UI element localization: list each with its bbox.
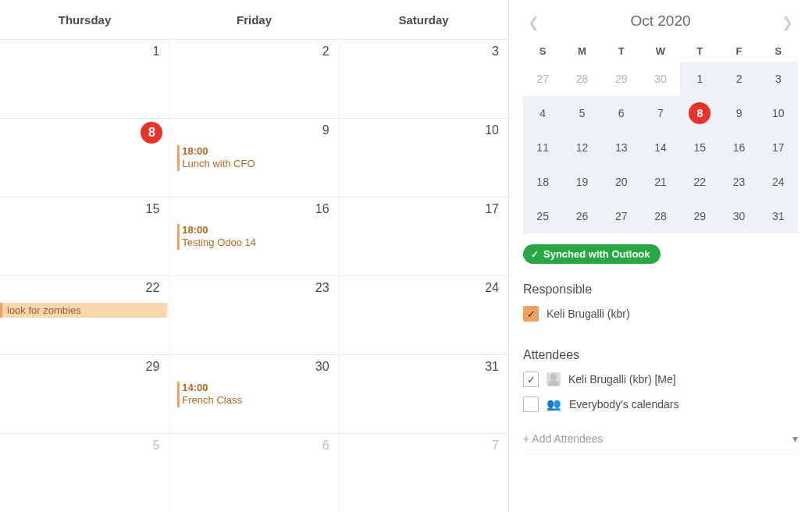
timed-event[interactable]: 18:00Lunch with CFO bbox=[182, 145, 255, 171]
mini-dow: T bbox=[680, 41, 719, 62]
mini-day[interactable]: 2 bbox=[719, 62, 758, 96]
mini-day[interactable]: 3 bbox=[759, 62, 798, 96]
mini-day-number: 24 bbox=[767, 171, 789, 193]
calendar-row: 293014:00French Class31 bbox=[0, 354, 508, 433]
mini-day[interactable]: 21 bbox=[641, 165, 680, 199]
mini-day-number: 30 bbox=[728, 205, 750, 227]
mini-day[interactable]: 20 bbox=[602, 165, 641, 199]
calendar-row: 8918:00Lunch with CFO10 bbox=[0, 118, 508, 197]
responsible-checkbox[interactable]: ✓ bbox=[523, 306, 539, 322]
calendar-cell[interactable]: 31 bbox=[339, 355, 508, 433]
calendar-cell[interactable]: 5 bbox=[0, 434, 169, 512]
event-bar bbox=[177, 382, 180, 407]
mini-day[interactable]: 27 bbox=[523, 62, 562, 96]
mini-day[interactable]: 14 bbox=[641, 130, 680, 165]
timed-event[interactable]: 18:00Testing Odoo 14 bbox=[182, 224, 256, 250]
calendar-cell[interactable]: 3 bbox=[339, 40, 508, 118]
mini-day[interactable]: 7 bbox=[641, 96, 680, 130]
mini-day[interactable]: 31 bbox=[759, 199, 798, 233]
avatar-icon bbox=[547, 372, 561, 386]
mini-day[interactable]: 28 bbox=[641, 199, 680, 233]
mini-day[interactable]: 4 bbox=[523, 96, 562, 130]
event-bar bbox=[177, 145, 180, 171]
mini-day[interactable]: 8 bbox=[680, 96, 719, 130]
mini-dow: W bbox=[641, 41, 680, 62]
sync-label: Synched with Outlook bbox=[543, 248, 650, 260]
responsible-row[interactable]: ✓ Keli Brugalli (kbr) bbox=[523, 306, 798, 322]
mini-day[interactable]: 28 bbox=[562, 62, 601, 96]
mini-day-number: 28 bbox=[571, 68, 593, 90]
main-day-header: Thursday bbox=[0, 0, 169, 39]
cell-date: 1 bbox=[152, 44, 159, 59]
mini-day[interactable]: 16 bbox=[719, 130, 758, 165]
mini-day[interactable]: 27 bbox=[602, 199, 641, 233]
mini-day-number: 8 bbox=[689, 102, 710, 124]
prev-month-button[interactable]: ❮ bbox=[528, 14, 540, 31]
main-calendar-header: ThursdayFridaySaturday bbox=[0, 0, 508, 39]
mini-day[interactable]: 29 bbox=[602, 62, 641, 96]
attendees-list: ✓Keli Brugalli (kbr) [Me]👥Everybody's ca… bbox=[523, 362, 798, 412]
check-icon: ✓ bbox=[531, 249, 539, 260]
allday-event[interactable]: look for zombies bbox=[0, 303, 167, 318]
mini-day[interactable]: 1 bbox=[680, 62, 719, 96]
mini-day-number: 21 bbox=[650, 171, 671, 193]
mini-day-number: 16 bbox=[728, 137, 750, 158]
attendee-checkbox[interactable] bbox=[523, 396, 539, 412]
calendar-cell[interactable]: 23 bbox=[169, 276, 338, 354]
cell-date: 7 bbox=[492, 439, 499, 453]
mini-day[interactable]: 12 bbox=[562, 130, 601, 165]
mini-day-number: 2 bbox=[728, 68, 750, 90]
mini-day[interactable]: 9 bbox=[719, 96, 758, 130]
calendar-cell[interactable]: 29 bbox=[0, 355, 169, 433]
mini-dow: F bbox=[719, 41, 758, 62]
calendar-cell[interactable]: 2 bbox=[169, 40, 338, 118]
mini-day[interactable]: 5 bbox=[562, 96, 601, 130]
attendee-row[interactable]: ✓Keli Brugalli (kbr) [Me] bbox=[523, 372, 798, 387]
mini-day[interactable]: 11 bbox=[523, 130, 562, 165]
calendar-cell[interactable]: 22look for zombies bbox=[0, 276, 169, 354]
calendar-cell[interactable]: 3014:00French Class bbox=[169, 355, 338, 433]
mini-day[interactable]: 13 bbox=[602, 130, 641, 165]
mini-calendar-title: Oct 2020 bbox=[630, 12, 690, 30]
attendee-row[interactable]: 👥Everybody's calendars bbox=[523, 396, 798, 412]
mini-day[interactable]: 10 bbox=[759, 96, 798, 130]
add-attendees-placeholder: + Add Attendees bbox=[523, 432, 603, 445]
mini-day[interactable]: 22 bbox=[680, 165, 719, 199]
event-time: 18:00 bbox=[182, 145, 255, 158]
calendar-cell[interactable]: 10 bbox=[339, 119, 508, 197]
calendar-cell[interactable]: 6 bbox=[169, 434, 338, 512]
mini-day[interactable]: 18 bbox=[523, 165, 562, 199]
mini-day-number: 29 bbox=[611, 68, 632, 90]
mini-day[interactable]: 17 bbox=[759, 130, 798, 165]
timed-event[interactable]: 14:00French Class bbox=[182, 382, 242, 407]
calendar-row: 151618:00Testing Odoo 1417 bbox=[0, 197, 508, 276]
mini-day[interactable]: 30 bbox=[641, 62, 680, 96]
mini-day[interactable]: 15 bbox=[680, 130, 719, 165]
cell-date: 3 bbox=[492, 44, 499, 59]
calendar-cell[interactable]: 17 bbox=[339, 197, 508, 276]
mini-day[interactable]: 23 bbox=[719, 165, 758, 199]
mini-day[interactable]: 24 bbox=[759, 165, 798, 199]
mini-day[interactable]: 25 bbox=[523, 199, 562, 233]
calendar-cell[interactable]: 7 bbox=[339, 434, 508, 512]
cell-date: 6 bbox=[322, 439, 329, 453]
attendee-checkbox[interactable]: ✓ bbox=[523, 372, 539, 387]
mini-day-number: 19 bbox=[571, 171, 593, 193]
add-attendees-input[interactable]: + Add Attendees ▾ bbox=[523, 432, 798, 450]
next-month-button[interactable]: ❯ bbox=[782, 14, 793, 31]
event-title: French Class bbox=[182, 394, 242, 407]
calendar-cell[interactable]: 8 bbox=[0, 119, 169, 197]
calendar-cell[interactable]: 918:00Lunch with CFO bbox=[169, 119, 338, 197]
cell-date: 24 bbox=[485, 281, 499, 295]
mini-day[interactable]: 19 bbox=[562, 165, 601, 199]
calendar-cell[interactable]: 1618:00Testing Odoo 14 bbox=[169, 197, 338, 276]
mini-day[interactable]: 26 bbox=[562, 199, 601, 233]
calendar-cell[interactable]: 1 bbox=[0, 40, 169, 118]
mini-day[interactable]: 29 bbox=[680, 199, 719, 233]
mini-day[interactable]: 6 bbox=[602, 96, 641, 130]
calendar-cell[interactable]: 15 bbox=[0, 197, 169, 276]
mini-day[interactable]: 30 bbox=[719, 199, 758, 233]
mini-calendar-dow: SMTWTFS bbox=[523, 41, 798, 62]
mini-day-number: 3 bbox=[767, 68, 789, 90]
calendar-cell[interactable]: 24 bbox=[339, 276, 508, 354]
